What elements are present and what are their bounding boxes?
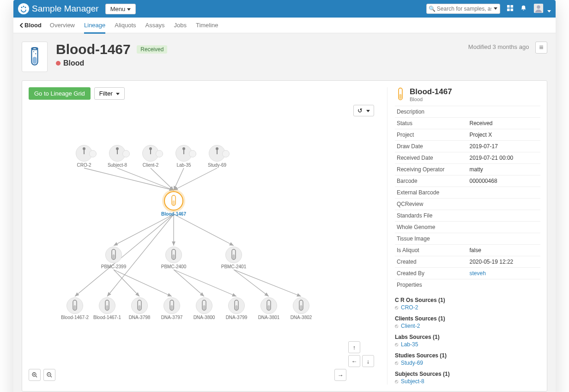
svg-rect-14: [33, 57, 37, 64]
property-row: Created Bysteveh: [395, 268, 540, 279]
source-link-icon: ⎋: [395, 323, 398, 329]
svg-rect-18: [113, 254, 115, 259]
go-to-lineage-grid-button[interactable]: Go to Lineage Grid: [29, 87, 91, 100]
property-row: StatusReceived: [395, 118, 540, 129]
source-block: Studies Sources (1)⎋Study-69: [395, 352, 540, 366]
tab-overview[interactable]: Overview: [50, 18, 75, 32]
source-link-icon: ⎋: [395, 304, 398, 311]
graph-node[interactable]: DNA-3797: [155, 297, 188, 320]
property-row: Received Date2019-07-21 00:00: [395, 152, 540, 164]
sample-thumb-icon: [22, 42, 48, 72]
search-wrap: 🔍: [426, 4, 500, 14]
pan-right-button[interactable]: →: [334, 369, 346, 381]
property-row: Tissue Image: [395, 233, 540, 245]
pan-down-button[interactable]: ↓: [362, 355, 374, 367]
source-link-icon: ⎋: [395, 360, 398, 366]
graph-node[interactable]: DNA-3799: [220, 297, 253, 320]
graph-node[interactable]: DNA-3800: [188, 297, 221, 320]
zoom-out-button[interactable]: [43, 369, 55, 381]
filter-button[interactable]: Filter: [94, 87, 125, 100]
graph-node[interactable]: Study-69: [200, 145, 234, 168]
property-row: Whole Genome: [395, 222, 540, 233]
svg-rect-7: [510, 8, 513, 11]
user-avatar-icon[interactable]: [533, 3, 551, 15]
property-row: Is Aliquotfalse: [395, 245, 540, 256]
source-block: Labs Sources (1)⎋Lab-35: [395, 334, 540, 348]
source-block: C R Os Sources (1)⎋CRO-2: [395, 297, 540, 311]
modified-label: Modified 3 months ago: [468, 43, 529, 50]
detail-title: Blood-1467: [410, 87, 452, 96]
tab-aliquots[interactable]: Aliquots: [115, 18, 136, 32]
source-link[interactable]: ⎋Study-69: [395, 360, 540, 366]
graph-node[interactable]: Lab-35: [167, 145, 200, 168]
grid-icon[interactable]: [507, 5, 514, 13]
svg-rect-32: [203, 305, 206, 310]
tab-lineage[interactable]: Lineage: [84, 18, 105, 34]
svg-rect-24: [74, 305, 76, 310]
detail-panel: Blood-1467 Blood DescriptionStatusReceiv…: [387, 87, 540, 385]
graph-node[interactable]: Blood-1467: [157, 191, 190, 217]
zoom-in-button[interactable]: [29, 369, 41, 381]
app-logo-icon: [18, 3, 29, 14]
search-dropdown-caret[interactable]: [494, 7, 497, 10]
source-link[interactable]: ⎋CRO-2: [395, 304, 540, 311]
property-row: Standards File: [395, 210, 540, 222]
menu-button[interactable]: Menu: [105, 4, 136, 14]
property-row: Receiving Operatormatty: [395, 164, 540, 175]
topbar: Sample Manager Menu 🔍: [13, 0, 556, 18]
pan-up-button[interactable]: ↑: [348, 341, 360, 353]
source-link-icon: ⎋: [395, 341, 398, 348]
svg-rect-28: [139, 305, 141, 310]
svg-line-40: [36, 376, 37, 377]
graph-node[interactable]: DNA-3798: [123, 297, 156, 320]
graph-node[interactable]: PBMC-2399: [97, 247, 130, 269]
property-row: Properties: [395, 279, 540, 291]
tab-assays[interactable]: Assays: [145, 18, 165, 32]
back-button[interactable]: Blood: [20, 22, 42, 29]
graph-node[interactable]: Blood-1467-2: [58, 297, 91, 320]
svg-rect-4: [507, 5, 510, 8]
source-link-icon: ⎋: [395, 378, 398, 385]
reset-graph-button[interactable]: ↺: [353, 105, 374, 116]
svg-rect-20: [173, 254, 175, 259]
graph-node[interactable]: PBMC-2401: [217, 247, 250, 269]
graph-node[interactable]: DNA-3802: [284, 297, 318, 320]
tab-timeline[interactable]: Timeline: [196, 18, 218, 32]
property-row: Draw Date2019-07-17: [395, 141, 540, 152]
svg-rect-26: [106, 305, 109, 310]
graph-node[interactable]: Blood-1467-1: [91, 297, 124, 320]
svg-line-44: [50, 376, 52, 377]
graph-node[interactable]: Client-2: [134, 145, 167, 168]
created-by-link[interactable]: steveh: [470, 270, 486, 277]
graph-node[interactable]: PBMC-2400: [157, 247, 190, 269]
type-dot-icon: [56, 61, 61, 66]
brand-title: Sample Manager: [32, 4, 99, 14]
page-title: Blood-1467: [56, 42, 131, 57]
graph-node[interactable]: Subject-8: [101, 145, 134, 168]
detail-tube-icon: [395, 87, 406, 102]
graph-node[interactable]: CRO-2: [67, 145, 101, 168]
property-row: QCReview: [395, 199, 540, 210]
svg-rect-16: [173, 200, 175, 205]
header-menu-button[interactable]: ≡: [535, 42, 547, 54]
pan-left-button[interactable]: ←: [348, 355, 360, 367]
tab-jobs[interactable]: Jobs: [174, 18, 186, 32]
source-link[interactable]: ⎋Lab-35: [395, 341, 540, 348]
source-block: Subjects Sources (1)⎋Subject-8: [395, 371, 540, 385]
source-block: Clients Sources (1)⎋Client-2: [395, 315, 540, 329]
svg-rect-38: [300, 305, 303, 310]
property-row: Created2020-05-19 12:22: [395, 256, 540, 268]
app-shell: Sample Manager Menu 🔍 Blood Overvie: [13, 0, 556, 392]
notification-bell-icon[interactable]: [520, 5, 527, 13]
svg-point-2: [23, 6, 24, 7]
svg-rect-22: [233, 254, 235, 259]
source-link[interactable]: ⎋Subject-8: [395, 378, 540, 385]
property-row: Description: [395, 106, 540, 118]
source-link[interactable]: ⎋Client-2: [395, 323, 540, 329]
page-header: Blood-1467 Received Blood Modified 3 mon…: [22, 42, 547, 72]
page-body: Blood-1467 Received Blood Modified 3 mon…: [13, 33, 556, 392]
svg-rect-36: [268, 305, 270, 310]
graph-node[interactable]: DNA-3801: [252, 297, 285, 320]
search-input[interactable]: [426, 4, 500, 14]
tab-bar: Blood OverviewLineageAliquotsAssaysJobsT…: [13, 18, 556, 33]
